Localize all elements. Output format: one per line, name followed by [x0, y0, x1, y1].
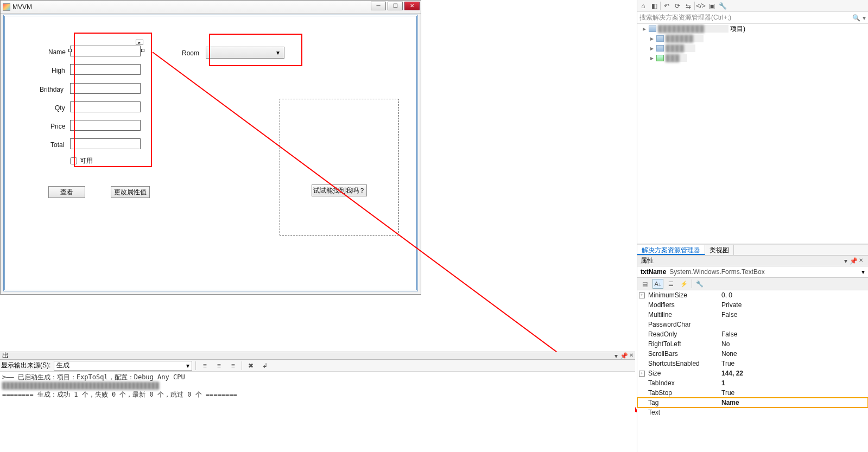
- code-icon[interactable]: </>: [696, 1, 706, 11]
- textbox-price[interactable]: [70, 120, 141, 131]
- home-icon[interactable]: ⌂: [638, 1, 648, 11]
- find-me-button[interactable]: 试试能找到我吗？: [312, 184, 367, 196]
- designer-surface[interactable]: MVVM ─ ☐ ✕ Name High Brithday Qty Price …: [0, 0, 635, 350]
- view-button[interactable]: 查看: [48, 186, 85, 198]
- toggle-icon[interactable]: ◧: [649, 1, 659, 11]
- wrench-icon[interactable]: 🔧: [718, 1, 727, 11]
- change-props-button[interactable]: 更改属性值: [111, 186, 150, 198]
- back-icon[interactable]: ↶: [662, 1, 671, 11]
- form-client-area[interactable]: Name High Brithday Qty Price Total Room …: [3, 15, 418, 291]
- property-value[interactable]: True: [720, 360, 868, 367]
- tree-label-blurred: ████: [666, 44, 695, 52]
- properties-page-icon[interactable]: ☰: [666, 279, 676, 289]
- maximize-button[interactable]: ☐: [388, 2, 403, 10]
- minimize-button[interactable]: ─: [371, 2, 386, 10]
- panel-container[interactable]: 试试能找到我吗？: [280, 99, 399, 235]
- textbox-birthday[interactable]: [70, 83, 141, 94]
- expand-icon[interactable]: +: [639, 292, 645, 298]
- property-row-scrollbars[interactable]: ScrollBarsNone: [637, 349, 868, 359]
- resize-handle-e[interactable]: [141, 49, 144, 52]
- property-name: MinimumSize: [637, 291, 720, 299]
- property-row-righttoleft[interactable]: RightToLeftNo: [637, 339, 868, 349]
- property-value[interactable]: 1: [720, 379, 868, 387]
- checkbox-input[interactable]: [70, 157, 77, 164]
- tree-suffix: 项目): [730, 24, 745, 34]
- pin-icon[interactable]: 📌: [850, 257, 857, 265]
- properties-grid[interactable]: +MinimumSize0, 0ModifiersPrivateMultilin…: [637, 290, 868, 452]
- tree-row-solution[interactable]: ▸ ██████████ 项目): [637, 24, 868, 34]
- close-panel-icon[interactable]: ✕: [628, 352, 635, 360]
- indent-left-icon[interactable]: ≡: [199, 361, 210, 371]
- textbox-high[interactable]: [70, 64, 141, 75]
- expand-icon[interactable]: ▸: [642, 25, 647, 33]
- property-value[interactable]: True: [720, 389, 868, 397]
- wrap-icon[interactable]: ↲: [259, 361, 270, 371]
- expand-icon[interactable]: ▸: [649, 54, 655, 62]
- indent-right-icon[interactable]: ≡: [227, 361, 238, 371]
- property-value[interactable]: Private: [720, 301, 868, 309]
- output-text[interactable]: >—— 已启动生成：项目：ExpToSql，配置：Debug Any CPU █…: [0, 372, 635, 452]
- alphabetical-icon[interactable]: A↓: [652, 279, 663, 289]
- property-row-tabstop[interactable]: TabStopTrue: [637, 388, 868, 398]
- dropdown-icon[interactable]: ▾: [842, 257, 850, 265]
- property-name: Text: [637, 409, 720, 416]
- categorized-icon[interactable]: ▤: [639, 279, 650, 289]
- textbox-name[interactable]: [70, 46, 141, 56]
- property-row-passwordchar[interactable]: PasswordChar: [637, 320, 868, 329]
- property-row-shortcutsenabled[interactable]: ShortcutsEnabledTrue: [637, 359, 868, 368]
- app-icon: [3, 3, 10, 11]
- close-panel-icon[interactable]: ✕: [857, 257, 865, 265]
- property-value[interactable]: 144, 22: [720, 370, 868, 377]
- solution-explorer-search[interactable]: 搜索解决方案资源管理器(Ctrl+;) 🔍 ▾: [637, 12, 868, 24]
- solution-explorer-toolbar: ⌂ ◧ ↶ ⟳ ⇆ </> ▣ 🔧: [637, 0, 868, 12]
- property-row-multiline[interactable]: MultilineFalse: [637, 310, 868, 320]
- property-value[interactable]: False: [720, 330, 868, 338]
- property-row-text[interactable]: Text: [637, 408, 868, 417]
- label-high: High: [52, 67, 65, 74]
- property-name: Multiline: [637, 311, 720, 319]
- dropdown-icon[interactable]: ▾: [612, 352, 620, 360]
- property-value[interactable]: Name: [720, 399, 868, 406]
- tree-label-blurred: ██████: [666, 35, 704, 42]
- tree-row-project[interactable]: ▸ ███: [637, 53, 868, 63]
- property-row-tag[interactable]: TagName: [637, 398, 868, 408]
- tab-class-view[interactable]: 类视图: [705, 245, 734, 255]
- property-row-tabindex[interactable]: TabIndex1: [637, 378, 868, 388]
- textbox-qty[interactable]: [70, 101, 141, 112]
- combobox-room[interactable]: ▾: [206, 47, 284, 59]
- titlebar: MVVM ─ ☐ ✕: [1, 1, 421, 14]
- clear-icon[interactable]: ✖: [245, 361, 256, 371]
- property-pages-icon[interactable]: 🔧: [694, 279, 705, 289]
- tree-row-project[interactable]: ▸ ██████: [637, 34, 868, 43]
- csproj-icon: [656, 55, 664, 61]
- expand-icon[interactable]: ▸: [649, 44, 655, 52]
- properties-object-select[interactable]: txtName System.Windows.Forms.TextBox ▾: [637, 266, 868, 278]
- resize-handle-w[interactable]: [68, 49, 72, 52]
- close-button[interactable]: ✕: [404, 2, 420, 10]
- textbox-total[interactable]: [70, 138, 141, 149]
- indent-left2-icon[interactable]: ≡: [213, 361, 224, 371]
- pin-icon[interactable]: 📌: [620, 352, 628, 360]
- solution-explorer-tree[interactable]: ▸ ██████████ 项目) ▸ ██████ ▸ ████ ▸ ███: [637, 24, 868, 244]
- property-row-minimumsize[interactable]: +MinimumSize0, 0: [637, 290, 868, 300]
- expand-icon[interactable]: +: [639, 371, 645, 377]
- output-source-select[interactable]: 生成 ▾: [54, 361, 192, 371]
- property-row-readonly[interactable]: ReadOnlyFalse: [637, 329, 868, 339]
- output-source-label: 显示输出来源(S):: [1, 361, 50, 370]
- tab-solution-explorer[interactable]: 解决方案资源管理器: [637, 245, 705, 255]
- property-row-modifiers[interactable]: ModifiersPrivate: [637, 300, 868, 310]
- refresh-icon[interactable]: ⟳: [673, 1, 682, 11]
- expand-icon[interactable]: ▸: [649, 35, 655, 42]
- property-value[interactable]: 0, 0: [720, 291, 868, 299]
- checkbox-enabled[interactable]: 可用: [70, 156, 93, 165]
- property-value[interactable]: False: [720, 311, 868, 319]
- tree-icon[interactable]: ▣: [707, 1, 717, 11]
- label-total: Total: [50, 141, 64, 149]
- events-icon[interactable]: ⚡: [679, 279, 689, 289]
- property-row-size[interactable]: +Size144, 22: [637, 368, 868, 378]
- smart-tag-glyph[interactable]: ▸: [136, 40, 143, 45]
- sync-icon[interactable]: ⇆: [683, 1, 693, 11]
- property-value[interactable]: No: [720, 340, 868, 348]
- tree-row-project[interactable]: ▸ ████: [637, 43, 868, 53]
- property-value[interactable]: None: [720, 350, 868, 358]
